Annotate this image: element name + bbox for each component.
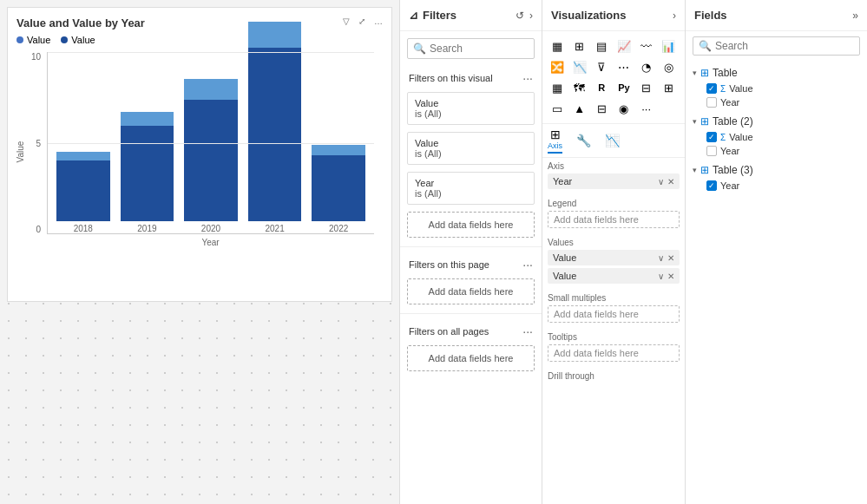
- more-icon[interactable]: …: [372, 15, 384, 28]
- add-page-fields-btn[interactable]: Add data fields here: [407, 278, 535, 304]
- filters-search-box[interactable]: 🔍: [407, 38, 535, 59]
- viz-icon-kpi[interactable]: ▲: [570, 99, 589, 118]
- viz-tooltips-add[interactable]: Add data fields here: [548, 344, 680, 362]
- filters-header: ⊿ Filters ↺ ›: [400, 0, 542, 31]
- tree-group-table3: ▾ ⊞ Table (3) ✓ Year: [686, 161, 867, 193]
- more-options-page-icon[interactable]: ···: [522, 258, 533, 272]
- tree-group-table-label: Table: [713, 67, 738, 79]
- viz-icon-bar[interactable]: ▦: [548, 36, 567, 56]
- fields-tree: ▾ ⊞ Table ✓ Σ Value Year ▾ ⊞ Table (2): [686, 61, 867, 504]
- expand-icon[interactable]: ⤢: [357, 15, 367, 28]
- fields-search-input[interactable]: [715, 40, 854, 52]
- viz-icon-card[interactable]: ▭: [548, 99, 567, 118]
- axis-field-remove[interactable]: ✕: [667, 177, 674, 187]
- tree-item-table-year[interactable]: Year: [686, 95, 867, 109]
- filter-icon[interactable]: ▽: [341, 15, 351, 28]
- tree-item-table2-year[interactable]: Year: [686, 144, 867, 158]
- tree-group-table-header[interactable]: ▾ ⊞ Table: [686, 64, 867, 82]
- viz-icon-r[interactable]: R: [592, 78, 611, 97]
- tree-group-table3-header[interactable]: ▾ ⊞ Table (3): [686, 161, 867, 179]
- divider-2: [400, 313, 542, 314]
- viz-icon-stacked-bar[interactable]: ⊞: [570, 36, 589, 56]
- x-label-2019: 2019: [137, 224, 156, 233]
- viz-icon-scatter[interactable]: ⋯: [614, 57, 634, 76]
- more-options-all-icon[interactable]: ···: [522, 324, 533, 338]
- checkbox-table2-value[interactable]: ✓: [706, 132, 717, 142]
- filters-all-pages-title: Filters on all pages ···: [400, 319, 542, 342]
- viz-icon-100bar[interactable]: ▤: [592, 36, 611, 56]
- tree-item-table-value[interactable]: ✓ Σ Value: [686, 82, 867, 95]
- legend-label-2: Value: [71, 35, 95, 45]
- bar-light-2019: [121, 112, 174, 126]
- viz-icon-gauge[interactable]: ◉: [614, 99, 634, 118]
- bar-light-2021: [248, 22, 302, 48]
- viz-drillthrough-section: Drill through: [542, 368, 685, 387]
- chart-container: ▽ ⤢ … Value and Value by Year Value Valu…: [7, 7, 392, 302]
- legend-dot-1: [16, 36, 23, 43]
- viz-icon-treemap[interactable]: ▦: [548, 78, 567, 97]
- viz-icon-line[interactable]: 📈: [614, 36, 634, 56]
- checkbox-table-value[interactable]: ✓: [706, 83, 717, 94]
- expand-filters-icon[interactable]: ›: [529, 10, 533, 22]
- viz-tab-fields[interactable]: ⊞ Axis: [548, 128, 562, 154]
- viz-axis-section: Axis Year ∨ ✕: [542, 158, 685, 195]
- value2-chevron[interactable]: ∨: [658, 272, 664, 281]
- bar-light-2020: [184, 79, 238, 100]
- viz-icon-donut[interactable]: ◎: [659, 57, 678, 76]
- viz-icon-area[interactable]: 〰: [637, 36, 656, 56]
- viz-tooltips-section: Tooltips Add data fields here: [542, 329, 685, 368]
- viz-icon-funnel[interactable]: ⊽: [592, 57, 611, 76]
- viz-icon-more[interactable]: ···: [637, 99, 656, 118]
- viz-tab-format[interactable]: 🔧: [576, 134, 591, 147]
- viz-icon-pie[interactable]: ◔: [637, 57, 656, 76]
- fields-expand-icon[interactable]: »: [852, 10, 858, 22]
- filters-on-page-title: Filters on this page ···: [400, 252, 542, 275]
- viz-small-multiples-section: Small multiples Add data fields here: [542, 290, 685, 329]
- y-label-5: 5: [36, 139, 41, 148]
- viz-icon-waterfall[interactable]: 📉: [570, 57, 589, 76]
- divider-1: [400, 246, 542, 247]
- viz-icon-matrix[interactable]: ⊞: [659, 78, 678, 97]
- add-allpages-fields-btn[interactable]: Add data fields here: [407, 345, 535, 371]
- checkbox-table3-year[interactable]: ✓: [706, 180, 717, 191]
- fields-panel: Fields » 🔍 ▾ ⊞ Table ✓ Σ Value Year: [686, 0, 867, 504]
- legend-item-1: Value: [16, 35, 50, 45]
- viz-legend-add[interactable]: Add data fields here: [548, 211, 680, 228]
- filters-search-input[interactable]: [430, 43, 529, 55]
- value2-remove[interactable]: ✕: [667, 272, 674, 281]
- viz-title: Visualizations: [551, 9, 626, 22]
- viz-icon-map[interactable]: 🗺: [570, 78, 589, 97]
- tree-item-table2-value[interactable]: ✓ Σ Value: [686, 130, 867, 144]
- viz-icon-ribbon[interactable]: 🔀: [548, 57, 567, 76]
- tree-group-table2-header[interactable]: ▾ ⊞ Table (2): [686, 113, 867, 130]
- chart-area: ▽ ⤢ … Value and Value by Year Value Valu…: [0, 0, 399, 504]
- bar-group-2021: 2021: [248, 22, 302, 233]
- checkbox-table2-year[interactable]: [706, 146, 717, 156]
- viz-icon-table[interactable]: ⊟: [637, 78, 656, 97]
- fields-search-icon: 🔍: [699, 40, 712, 52]
- viz-bottom-tabs: ⊞ Axis 🔧 📉: [542, 124, 685, 158]
- add-visual-fields-btn[interactable]: Add data fields here: [407, 212, 535, 238]
- value1-remove[interactable]: ✕: [667, 253, 674, 263]
- tree-group-table3-label: Table (3): [713, 164, 753, 176]
- viz-icon-combo[interactable]: 📊: [659, 36, 678, 56]
- fields-search-box[interactable]: 🔍: [693, 36, 860, 56]
- sigma-icon-1: Σ: [720, 84, 726, 94]
- axis-field-chevron[interactable]: ∨: [658, 177, 664, 187]
- refresh-icon[interactable]: ↺: [516, 10, 524, 22]
- fields-title: Fields: [694, 9, 727, 22]
- bar-dark-2020: [184, 100, 238, 221]
- checkbox-table-year[interactable]: [706, 97, 717, 108]
- legend-label-1: Value: [27, 35, 50, 45]
- viz-axis-field: Year ∨ ✕: [548, 173, 680, 189]
- tree-group-table2-label: Table (2): [713, 115, 753, 128]
- viz-icon-python[interactable]: Py: [614, 78, 634, 97]
- viz-icon-slicer[interactable]: ⊟: [592, 99, 611, 118]
- viz-small-multiples-add[interactable]: Add data fields here: [548, 305, 680, 323]
- viz-tab-analytics[interactable]: 📉: [605, 134, 620, 147]
- viz-expand-icon[interactable]: ›: [673, 10, 676, 22]
- more-options-icon[interactable]: ···: [522, 71, 533, 85]
- value1-chevron[interactable]: ∨: [658, 253, 664, 263]
- bar-group-2022: 2022: [312, 145, 365, 233]
- tree-item-table3-year[interactable]: ✓ Year: [686, 179, 867, 193]
